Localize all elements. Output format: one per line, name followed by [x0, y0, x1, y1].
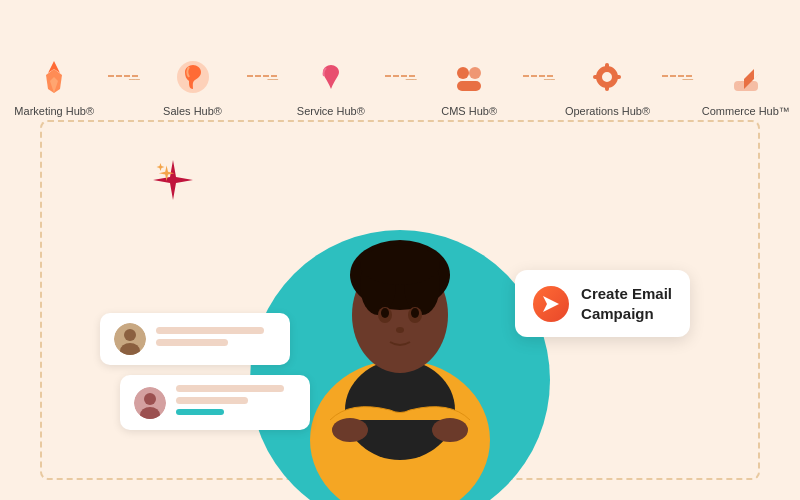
- operations-hub-icon: [585, 55, 629, 99]
- sales-hub-label: Sales Hub®: [163, 105, 222, 117]
- marketing-hub-icon: [32, 55, 76, 99]
- svg-rect-9: [613, 75, 621, 79]
- hub-item-cms: CMS Hub®: [415, 55, 523, 117]
- sparkle-icon: [148, 155, 198, 205]
- hub-item-operations: Operations Hub®: [553, 55, 661, 117]
- contact-avatar-1: [114, 323, 146, 355]
- operations-hub-label: Operations Hub®: [565, 105, 650, 117]
- svg-point-2: [469, 67, 481, 79]
- svg-point-5: [603, 73, 611, 81]
- svg-rect-6: [605, 63, 609, 71]
- contact-line-short-2: [176, 397, 248, 404]
- contact-card-1: [100, 313, 290, 365]
- contact-cards-container: [100, 313, 310, 440]
- service-hub-icon: [309, 55, 353, 99]
- contact-card-2: [120, 375, 310, 430]
- cms-hub-label: CMS Hub®: [441, 105, 497, 117]
- send-icon: [533, 286, 569, 322]
- commerce-hub-label: Commerce Hub™: [702, 105, 790, 117]
- svg-marker-36: [543, 296, 559, 312]
- contact-line-short-1: [156, 339, 228, 346]
- svg-point-29: [432, 418, 468, 442]
- send-arrow-icon: [541, 294, 561, 314]
- sparkle-decoration: [148, 155, 198, 205]
- svg-point-22: [360, 245, 440, 285]
- svg-point-26: [411, 308, 419, 318]
- svg-rect-3: [457, 81, 481, 91]
- campaign-label: Create EmailCampaign: [581, 284, 672, 323]
- cms-hub-icon: [447, 55, 491, 99]
- svg-rect-8: [593, 75, 601, 79]
- hub-item-service: Service Hub®: [277, 55, 385, 117]
- hub-item-sales: Sales Hub®: [138, 55, 246, 117]
- sales-hub-icon: [171, 55, 215, 99]
- contact-lines-1: [156, 327, 276, 351]
- contact-line-teal-2: [176, 409, 224, 415]
- svg-point-25: [381, 308, 389, 318]
- svg-marker-14: [157, 163, 165, 171]
- avatar-icon-1: [114, 323, 146, 355]
- contact-line-long-1: [156, 327, 264, 334]
- svg-point-31: [124, 329, 136, 341]
- marketing-hub-label: Marketing Hub®: [14, 105, 94, 117]
- svg-marker-12: [153, 160, 193, 200]
- contact-line-long-2: [176, 385, 284, 392]
- service-hub-label: Service Hub®: [297, 105, 365, 117]
- svg-point-27: [396, 327, 404, 333]
- svg-point-34: [144, 393, 156, 405]
- commerce-hub-icon: [724, 55, 768, 99]
- person-illustration: [270, 120, 530, 500]
- campaign-card[interactable]: Create EmailCampaign: [515, 270, 690, 337]
- svg-rect-7: [605, 83, 609, 91]
- hub-item-commerce: Commerce Hub™: [692, 55, 800, 117]
- svg-point-1: [457, 67, 469, 79]
- hubs-row: Marketing Hub® Sales Hub® Service Hub®: [0, 55, 800, 117]
- contact-lines-2: [176, 385, 296, 420]
- svg-point-28: [332, 418, 368, 442]
- contact-avatar-2: [134, 387, 166, 419]
- hub-item-marketing: Marketing Hub®: [0, 55, 108, 117]
- avatar-icon-2: [134, 387, 166, 419]
